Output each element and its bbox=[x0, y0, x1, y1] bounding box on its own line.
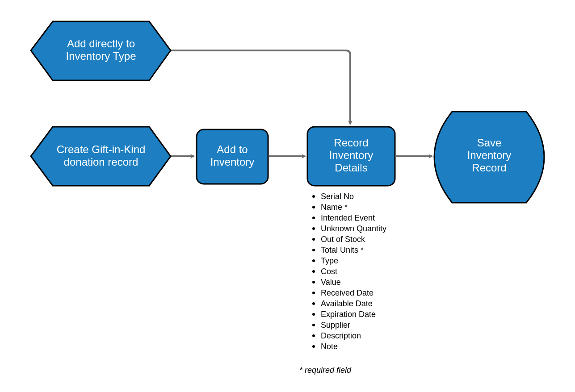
node-add-directly-to-inventory-type: Add directly to Inventory Type bbox=[31, 21, 171, 80]
node-add-to-inventory: Add to Inventory bbox=[197, 129, 268, 184]
bullet-icon bbox=[312, 302, 315, 305]
bullet-icon bbox=[312, 238, 315, 241]
bullet-icon bbox=[312, 345, 315, 348]
node-addinv-line2: Inventory bbox=[210, 156, 255, 168]
node-record-line1: Record bbox=[334, 137, 368, 149]
bullet-icon bbox=[312, 217, 315, 219]
bullet-icon bbox=[312, 281, 315, 284]
node-create-gift-in-kind: Create Gift-in-Kind donation record bbox=[31, 127, 171, 186]
bullet-icon bbox=[312, 227, 315, 230]
details-list-item: Unknown Quantity bbox=[321, 224, 386, 233]
details-list-item: Expiration Date bbox=[321, 310, 376, 319]
node-save-line1: Save bbox=[477, 137, 502, 149]
node-top-line2: Inventory Type bbox=[66, 50, 136, 62]
bullet-icon bbox=[312, 324, 315, 326]
bullet-icon bbox=[312, 313, 315, 316]
details-list-item: Description bbox=[321, 331, 361, 340]
details-list-item: Serial No bbox=[321, 192, 354, 201]
details-list-item: Intended Event bbox=[321, 213, 375, 222]
node-save-line2: Inventory bbox=[467, 149, 512, 161]
node-addinv-line1: Add to bbox=[217, 143, 248, 155]
bullet-icon bbox=[312, 259, 315, 262]
bullet-icon bbox=[312, 249, 315, 251]
node-save-inventory-record: Save Inventory Record bbox=[434, 112, 544, 203]
bullet-icon bbox=[312, 292, 315, 294]
node-left-line1: Create Gift-in-Kind bbox=[57, 143, 146, 155]
details-list-item: Cost bbox=[321, 267, 337, 276]
details-list-item: Received Date bbox=[321, 288, 374, 297]
details-list-item: Type bbox=[321, 256, 338, 265]
bullet-icon bbox=[312, 195, 315, 198]
details-list-item: Out of Stock bbox=[321, 235, 365, 244]
bullet-icon bbox=[312, 334, 315, 337]
node-left-line2: donation record bbox=[64, 156, 139, 168]
footnote-required-field: * required field bbox=[299, 366, 352, 375]
details-list-item: Total Units * bbox=[321, 246, 364, 254]
details-list-item: Name * bbox=[321, 203, 348, 212]
node-top-line1: Add directly to bbox=[67, 38, 135, 50]
node-record-line3: Details bbox=[335, 162, 367, 174]
details-list-item: Supplier bbox=[321, 321, 350, 329]
details-list-item: Note bbox=[321, 342, 338, 351]
node-record-inventory-details: Record Inventory Details bbox=[307, 127, 395, 186]
connector-top-to-record bbox=[171, 50, 350, 124]
details-list-item: Available Date bbox=[321, 299, 373, 308]
node-record-line2: Inventory bbox=[329, 149, 374, 161]
inventory-details-list: Serial NoName *Intended EventUnknown Qua… bbox=[312, 192, 386, 351]
bullet-icon bbox=[312, 270, 315, 273]
node-save-line3: Record bbox=[472, 162, 506, 174]
details-list-item: Value bbox=[321, 278, 341, 287]
bullet-icon bbox=[312, 206, 315, 209]
